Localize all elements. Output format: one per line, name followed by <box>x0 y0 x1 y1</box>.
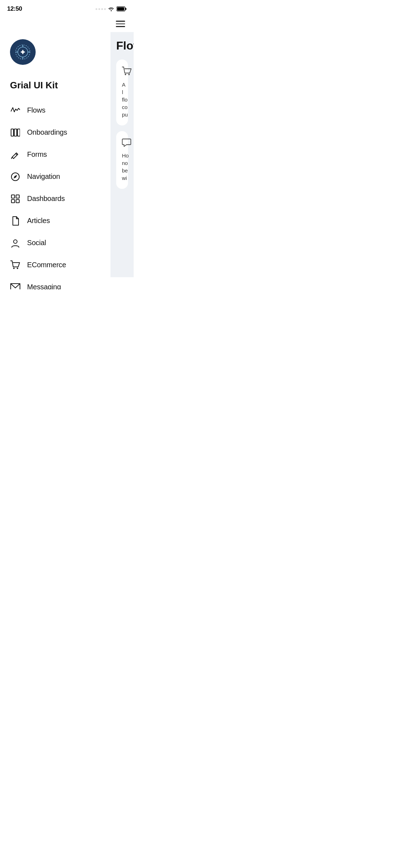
article-icon <box>10 216 21 226</box>
right-panel: Flow A lflocopu Honobewi <box>110 32 134 290</box>
nav-list: Flows Onboardings <box>10 99 101 290</box>
compass-icon <box>10 171 21 182</box>
svg-point-24 <box>13 268 15 269</box>
card-1-text: A lflocopu <box>122 81 122 118</box>
sidebar-item-messaging-label: Messaging <box>27 283 61 289</box>
dashboards-icon <box>10 193 21 204</box>
svg-rect-21 <box>11 200 15 203</box>
svg-marker-18 <box>14 175 17 179</box>
sidebar-item-forms-label: Forms <box>27 150 47 159</box>
hamburger-line-1 <box>116 21 125 22</box>
svg-rect-1 <box>125 8 127 10</box>
card-2-icon <box>122 138 122 148</box>
sidebar-item-flows[interactable]: Flows <box>10 99 101 122</box>
svg-rect-13 <box>14 129 17 136</box>
sidebar-item-dashboards[interactable]: Dashboards <box>10 188 101 210</box>
hamburger-line-2 <box>116 24 125 25</box>
card-1-icon <box>122 67 122 77</box>
sidebar-item-social[interactable]: Social <box>10 232 101 254</box>
right-panel-title: Flow <box>116 39 128 52</box>
app-title: Grial UI Kit <box>10 80 101 91</box>
svg-rect-20 <box>16 195 19 198</box>
card-2: Honobewi <box>116 131 128 189</box>
svg-rect-19 <box>11 195 15 198</box>
sidebar-item-flows-label: Flows <box>27 106 45 114</box>
svg-line-16 <box>11 157 12 159</box>
cart-icon <box>10 260 21 270</box>
header-area <box>0 16 134 32</box>
activity-icon <box>10 105 21 116</box>
card-2-text: Honobewi <box>122 152 122 182</box>
status-time: 12:50 <box>7 5 22 12</box>
sidebar-item-messaging[interactable]: Messaging <box>10 276 101 290</box>
logo-area <box>10 39 101 65</box>
onboarding-icon <box>10 127 21 138</box>
card-1: A lflocopu <box>116 60 128 125</box>
svg-rect-2 <box>117 7 124 11</box>
sidebar-item-navigation-label: Navigation <box>27 172 60 181</box>
status-bar: 12:50 <box>0 0 134 16</box>
hamburger-line-3 <box>116 26 125 27</box>
svg-rect-12 <box>11 129 14 136</box>
sidebar-item-dashboards-label: Dashboards <box>27 195 65 203</box>
sidebar-item-articles[interactable]: Articles <box>10 210 101 232</box>
sidebar-item-navigation[interactable]: Navigation <box>10 166 101 188</box>
app-container: Grial UI Kit Flows <box>0 32 134 290</box>
svg-point-35 <box>128 74 130 75</box>
svg-point-34 <box>125 74 126 75</box>
hamburger-button[interactable] <box>114 19 127 29</box>
svg-point-23 <box>14 240 17 243</box>
signal-icon <box>96 8 106 10</box>
sidebar-item-ecommerce[interactable]: ECommerce <box>10 254 101 276</box>
sidebar-item-ecommerce-label: ECommerce <box>27 261 66 269</box>
battery-icon <box>117 6 127 11</box>
sidebar-item-onboardings-label: Onboardings <box>27 128 67 136</box>
logo-icon <box>15 44 31 60</box>
svg-point-25 <box>17 268 18 269</box>
status-icons <box>96 6 127 11</box>
sidebar-item-onboardings[interactable]: Onboardings <box>10 122 101 144</box>
svg-rect-22 <box>16 200 19 203</box>
forms-icon <box>10 149 21 160</box>
svg-rect-14 <box>17 129 20 136</box>
logo-circle <box>10 39 36 65</box>
sidebar: Grial UI Kit Flows <box>0 32 110 290</box>
sidebar-item-forms[interactable]: Forms <box>10 144 101 166</box>
sidebar-item-social-label: Social <box>27 239 46 247</box>
sidebar-item-articles-label: Articles <box>27 217 50 225</box>
mail-icon <box>10 282 21 290</box>
wifi-icon <box>108 6 114 11</box>
social-icon <box>10 238 21 248</box>
